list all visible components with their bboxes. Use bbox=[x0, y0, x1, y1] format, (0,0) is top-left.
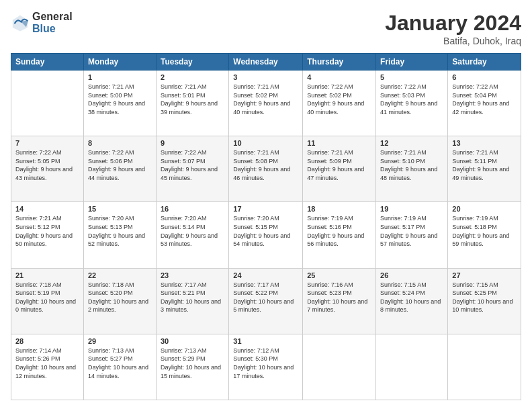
header-row: Sunday Monday Tuesday Wednesday Thursday… bbox=[11, 54, 521, 71]
table-row: 22Sunrise: 7:18 AMSunset: 5:20 PMDayligh… bbox=[83, 268, 156, 334]
table-row: 13Sunrise: 7:21 AMSunset: 5:11 PMDayligh… bbox=[448, 136, 521, 202]
logo-icon bbox=[11, 13, 30, 32]
calendar-week-row: 7Sunrise: 7:22 AMSunset: 5:05 PMDaylight… bbox=[11, 136, 521, 202]
page: General Blue January 2024 Batifa, Duhok,… bbox=[0, 0, 532, 411]
day-info: Sunrise: 7:21 AMSunset: 5:08 PMDaylight:… bbox=[233, 148, 298, 182]
day-number: 18 bbox=[307, 205, 371, 213]
day-number: 23 bbox=[161, 271, 224, 279]
table-row: 3Sunrise: 7:21 AMSunset: 5:02 PMDaylight… bbox=[229, 71, 303, 136]
table-row: 15Sunrise: 7:20 AMSunset: 5:13 PMDayligh… bbox=[83, 202, 156, 268]
day-info: Sunrise: 7:19 AMSunset: 5:17 PMDaylight:… bbox=[380, 214, 443, 248]
table-row: 17Sunrise: 7:20 AMSunset: 5:15 PMDayligh… bbox=[229, 202, 303, 268]
day-info: Sunrise: 7:21 AMSunset: 5:12 PMDaylight:… bbox=[15, 214, 79, 248]
day-number: 19 bbox=[380, 205, 443, 213]
calendar-title: January 2024 bbox=[385, 11, 521, 36]
table-row: 7Sunrise: 7:22 AMSunset: 5:05 PMDaylight… bbox=[11, 136, 84, 202]
day-number: 4 bbox=[307, 73, 371, 81]
day-info: Sunrise: 7:18 AMSunset: 5:19 PMDaylight:… bbox=[15, 281, 79, 314]
day-info: Sunrise: 7:19 AMSunset: 5:18 PMDaylight:… bbox=[452, 214, 517, 248]
logo-general: General bbox=[32, 11, 73, 23]
th-saturday: Saturday bbox=[448, 54, 521, 71]
day-info: Sunrise: 7:20 AMSunset: 5:13 PMDaylight:… bbox=[88, 214, 152, 248]
calendar-week-row: 14Sunrise: 7:21 AMSunset: 5:12 PMDayligh… bbox=[11, 202, 521, 268]
day-number: 28 bbox=[15, 337, 79, 345]
table-row: 21Sunrise: 7:18 AMSunset: 5:19 PMDayligh… bbox=[11, 268, 84, 334]
calendar-week-row: 1Sunrise: 7:21 AMSunset: 5:00 PMDaylight… bbox=[11, 71, 521, 136]
day-info: Sunrise: 7:21 AMSunset: 5:01 PMDaylight:… bbox=[161, 83, 224, 116]
header: General Blue January 2024 Batifa, Duhok,… bbox=[11, 11, 521, 46]
table-row: 11Sunrise: 7:21 AMSunset: 5:09 PMDayligh… bbox=[303, 136, 376, 202]
day-info: Sunrise: 7:19 AMSunset: 5:16 PMDaylight:… bbox=[307, 214, 371, 248]
day-number: 9 bbox=[161, 139, 224, 147]
logo-blue: Blue bbox=[32, 23, 73, 35]
day-number: 20 bbox=[452, 205, 517, 213]
day-info: Sunrise: 7:13 AMSunset: 5:29 PMDaylight:… bbox=[161, 347, 224, 380]
day-info: Sunrise: 7:18 AMSunset: 5:20 PMDaylight:… bbox=[88, 281, 152, 314]
th-thursday: Thursday bbox=[303, 54, 376, 71]
day-info: Sunrise: 7:12 AMSunset: 5:30 PMDaylight:… bbox=[233, 347, 298, 380]
table-row bbox=[448, 334, 521, 400]
day-number: 25 bbox=[307, 271, 371, 279]
table-row: 14Sunrise: 7:21 AMSunset: 5:12 PMDayligh… bbox=[11, 202, 84, 268]
table-row: 18Sunrise: 7:19 AMSunset: 5:16 PMDayligh… bbox=[303, 202, 376, 268]
logo: General Blue bbox=[11, 11, 73, 34]
table-row: 2Sunrise: 7:21 AMSunset: 5:01 PMDaylight… bbox=[156, 71, 228, 136]
th-wednesday: Wednesday bbox=[229, 54, 303, 71]
calendar-week-row: 28Sunrise: 7:14 AMSunset: 5:26 PMDayligh… bbox=[11, 334, 521, 400]
day-number: 17 bbox=[233, 205, 298, 213]
day-info: Sunrise: 7:22 AMSunset: 5:02 PMDaylight:… bbox=[307, 83, 371, 116]
day-number: 26 bbox=[380, 271, 443, 279]
day-info: Sunrise: 7:17 AMSunset: 5:22 PMDaylight:… bbox=[233, 281, 298, 314]
table-row: 23Sunrise: 7:17 AMSunset: 5:21 PMDayligh… bbox=[156, 268, 228, 334]
day-info: Sunrise: 7:22 AMSunset: 5:04 PMDaylight:… bbox=[452, 83, 517, 116]
day-number: 8 bbox=[88, 139, 152, 147]
table-row: 25Sunrise: 7:16 AMSunset: 5:23 PMDayligh… bbox=[303, 268, 376, 334]
th-tuesday: Tuesday bbox=[156, 54, 228, 71]
day-info: Sunrise: 7:20 AMSunset: 5:14 PMDaylight:… bbox=[161, 214, 224, 248]
table-row: 10Sunrise: 7:21 AMSunset: 5:08 PMDayligh… bbox=[229, 136, 303, 202]
calendar-subtitle: Batifa, Duhok, Iraq bbox=[385, 36, 521, 46]
day-number: 2 bbox=[161, 73, 224, 81]
day-info: Sunrise: 7:22 AMSunset: 5:03 PMDaylight:… bbox=[380, 83, 443, 116]
day-info: Sunrise: 7:13 AMSunset: 5:27 PMDaylight:… bbox=[88, 347, 152, 380]
day-info: Sunrise: 7:16 AMSunset: 5:23 PMDaylight:… bbox=[307, 281, 371, 314]
day-number: 12 bbox=[380, 139, 443, 147]
day-info: Sunrise: 7:22 AMSunset: 5:05 PMDaylight:… bbox=[15, 148, 79, 182]
day-number: 27 bbox=[452, 271, 517, 279]
table-row bbox=[303, 334, 376, 400]
day-number: 29 bbox=[88, 337, 152, 345]
calendar-table: Sunday Monday Tuesday Wednesday Thursday… bbox=[11, 53, 521, 400]
table-row: 4Sunrise: 7:22 AMSunset: 5:02 PMDaylight… bbox=[303, 71, 376, 136]
day-number: 31 bbox=[233, 337, 298, 345]
day-info: Sunrise: 7:15 AMSunset: 5:24 PMDaylight:… bbox=[380, 281, 443, 314]
table-row: 29Sunrise: 7:13 AMSunset: 5:27 PMDayligh… bbox=[83, 334, 156, 400]
day-info: Sunrise: 7:14 AMSunset: 5:26 PMDaylight:… bbox=[15, 347, 79, 380]
table-row: 1Sunrise: 7:21 AMSunset: 5:00 PMDaylight… bbox=[83, 71, 156, 136]
day-number: 10 bbox=[233, 139, 298, 147]
day-info: Sunrise: 7:20 AMSunset: 5:15 PMDaylight:… bbox=[233, 214, 298, 248]
day-number: 24 bbox=[233, 271, 298, 279]
day-info: Sunrise: 7:21 AMSunset: 5:10 PMDaylight:… bbox=[380, 148, 443, 182]
table-row: 6Sunrise: 7:22 AMSunset: 5:04 PMDaylight… bbox=[448, 71, 521, 136]
day-number: 6 bbox=[452, 73, 517, 81]
table-row: 12Sunrise: 7:21 AMSunset: 5:10 PMDayligh… bbox=[376, 136, 448, 202]
day-number: 30 bbox=[161, 337, 224, 345]
day-number: 13 bbox=[452, 139, 517, 147]
table-row: 31Sunrise: 7:12 AMSunset: 5:30 PMDayligh… bbox=[229, 334, 303, 400]
table-row: 24Sunrise: 7:17 AMSunset: 5:22 PMDayligh… bbox=[229, 268, 303, 334]
day-info: Sunrise: 7:21 AMSunset: 5:09 PMDaylight:… bbox=[307, 148, 371, 182]
table-row bbox=[11, 71, 84, 136]
day-info: Sunrise: 7:22 AMSunset: 5:07 PMDaylight:… bbox=[161, 148, 224, 182]
day-number: 14 bbox=[15, 205, 79, 213]
day-info: Sunrise: 7:17 AMSunset: 5:21 PMDaylight:… bbox=[161, 281, 224, 314]
day-number: 7 bbox=[15, 139, 79, 147]
day-number: 16 bbox=[161, 205, 224, 213]
day-info: Sunrise: 7:22 AMSunset: 5:06 PMDaylight:… bbox=[88, 148, 152, 182]
table-row: 8Sunrise: 7:22 AMSunset: 5:06 PMDaylight… bbox=[83, 136, 156, 202]
table-row: 16Sunrise: 7:20 AMSunset: 5:14 PMDayligh… bbox=[156, 202, 228, 268]
th-monday: Monday bbox=[83, 54, 156, 71]
th-sunday: Sunday bbox=[11, 54, 84, 71]
day-number: 5 bbox=[380, 73, 443, 81]
table-row bbox=[376, 334, 448, 400]
day-info: Sunrise: 7:15 AMSunset: 5:25 PMDaylight:… bbox=[452, 281, 517, 314]
